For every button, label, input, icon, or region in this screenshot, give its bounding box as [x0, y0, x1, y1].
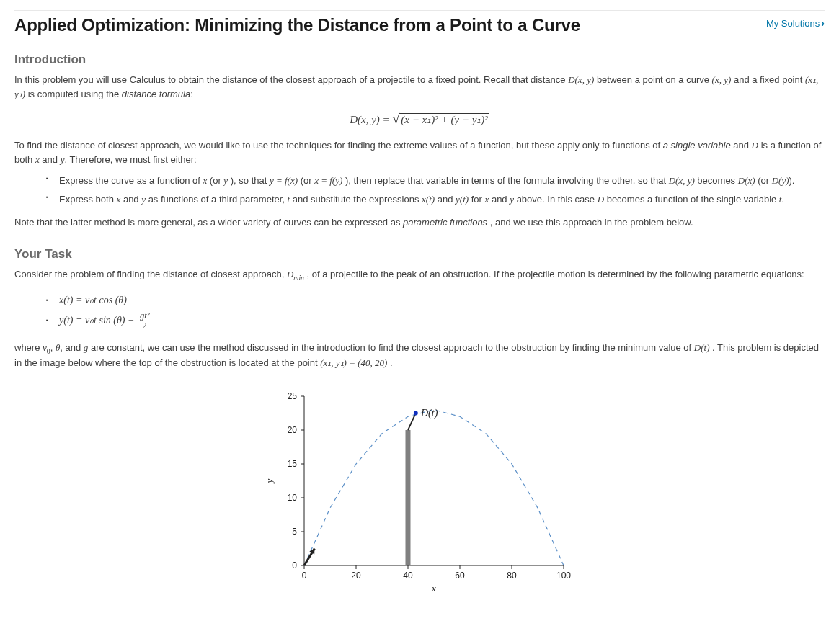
svg-point-28	[414, 411, 418, 415]
svg-text:25: 25	[288, 391, 298, 401]
parametric-equations: x(t) = v₀t cos (θ) y(t) = v₀t sin (θ) − …	[14, 290, 825, 331]
svg-text:x: x	[431, 583, 436, 594]
svg-text:0: 0	[302, 571, 307, 581]
my-solutions-label: My Solutions	[766, 18, 820, 29]
intro-p2: To find the distance of closest approach…	[14, 138, 825, 167]
problem-figure: 0204060801000510152025xyD(t)	[14, 385, 825, 594]
svg-text:D(t): D(t)	[420, 408, 438, 419]
list-item: y(t) = v₀t sin (θ) − gt²2	[49, 310, 825, 331]
svg-rect-26	[406, 430, 411, 565]
svg-line-27	[408, 413, 416, 430]
distance-formula: D(x, y) = √(x − x₁)² + (y − y₁)²	[14, 112, 825, 127]
list-item: x(t) = v₀t cos (θ)	[49, 290, 825, 310]
intro-options-list: Express the curve as a function of x (or…	[14, 174, 825, 207]
svg-text:40: 40	[403, 571, 413, 581]
intro-heading: Introduction	[14, 53, 825, 67]
svg-text:100: 100	[556, 571, 571, 581]
intro-p1: In this problem you will use Calculus to…	[14, 73, 825, 102]
task-p2: where v0, θ, and g are constant, we can …	[14, 341, 825, 371]
intro-p3: Note that the latter method is more gene…	[14, 215, 825, 230]
svg-text:20: 20	[351, 571, 361, 581]
task-heading: Your Task	[14, 247, 825, 261]
page-title: Applied Optimization: Minimizing the Dis…	[14, 15, 580, 35]
svg-text:20: 20	[288, 425, 298, 435]
task-p1: Consider the problem of finding the dist…	[14, 267, 825, 283]
svg-text:15: 15	[288, 459, 298, 469]
list-item: Express the curve as a function of x (or…	[49, 174, 825, 188]
my-solutions-link[interactable]: My Solutions ›	[766, 17, 825, 29]
svg-text:0: 0	[292, 560, 297, 571]
trajectory-chart: 0204060801000510152025xyD(t)	[261, 385, 578, 594]
svg-text:10: 10	[288, 493, 298, 503]
chevron-right-icon: ›	[821, 17, 825, 29]
svg-text:5: 5	[292, 527, 297, 537]
svg-text:60: 60	[455, 571, 465, 581]
svg-text:80: 80	[507, 571, 517, 581]
list-item: Express both x and y as functions of a t…	[49, 192, 825, 207]
svg-text:y: y	[264, 478, 275, 484]
